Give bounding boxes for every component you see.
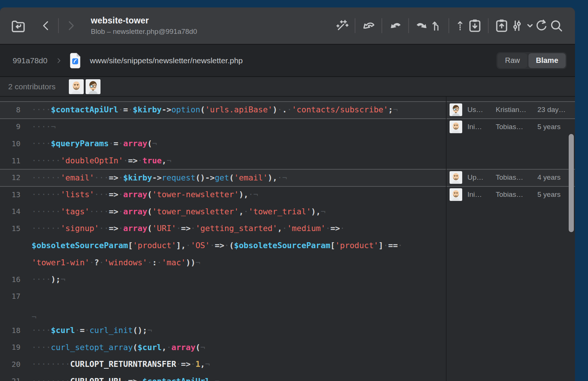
path-bar: 991a78d0 www/site/snippets/newsletter/ne… <box>0 45 575 77</box>
blame-button[interactable]: Blame <box>528 53 566 68</box>
magic-wand-icon[interactable] <box>335 18 349 33</box>
code-row-line-17-wrap1[interactable]: ¬ <box>0 305 446 322</box>
code-row-line-11[interactable]: 11······'doubleOptIn'·=>·true,¬ <box>0 152 446 169</box>
blame-author: Kristian… <box>496 101 534 118</box>
blame-date: 5 years <box>537 118 575 135</box>
code-text: ····$contactApiUrl·=·$kirby->option('url… <box>32 105 446 114</box>
blame-commit-message: Up… <box>467 169 492 186</box>
code-text: ········CURLOPT_URL·=>·$contactApiUrl,¬ <box>32 377 446 381</box>
blame-author: Tobias… <box>496 186 534 203</box>
scrollbar-thumb[interactable] <box>569 134 574 232</box>
window-title-block: website-tower Blob – newsletter.php@991a… <box>91 16 225 36</box>
toolbar-left <box>0 18 77 33</box>
line-number: 19 <box>0 343 20 352</box>
code-row-line-8[interactable]: 8····$contactApiUrl·=·$kirby->option('ur… <box>0 101 446 118</box>
app-window: website-tower Blob – newsletter.php@991a… <box>0 7 575 381</box>
blame-hunk[interactable]: Ini…Tobias…5 years <box>447 186 575 381</box>
blame-row: Up…Tobias…4 years <box>447 169 575 186</box>
blame-hunk[interactable]: Up…Tobias…4 years <box>447 169 575 186</box>
code-text: ······'email'···=>·$kirby->request()->ge… <box>32 173 446 182</box>
dashed-up-arrow-icon[interactable] <box>454 18 467 33</box>
code-row-line-15[interactable]: 15······'signup'··=>·array('URI'·=>·'get… <box>0 220 446 237</box>
file-path[interactable]: www/site/snippets/newsletter/newsletter.… <box>90 56 243 65</box>
blame-row: Ini…Tobias…5 years <box>447 118 575 135</box>
desktop-background: website-tower Blob – newsletter.php@991a… <box>0 0 588 381</box>
avatar-tobias[interactable] <box>450 188 462 201</box>
code-text: ······'doubleOptIn'·=>·true,¬ <box>32 156 446 165</box>
code-text: ········CURLOPT_RETURNTRANSFER·=>·1,¬ <box>32 359 446 369</box>
code-row-line-15-wrap1[interactable]: $obsoleteSourceParam['product'],·'OS'·=>… <box>0 237 446 254</box>
code-text: ······'lists'···=>·array('tower-newslett… <box>32 190 446 199</box>
blame-author: Tobias… <box>496 169 534 186</box>
history-nav <box>39 18 77 33</box>
blame-author: Tobias… <box>496 118 534 135</box>
undo-filled-icon[interactable] <box>387 18 403 33</box>
avatar-tobias[interactable] <box>69 79 84 94</box>
back-icon[interactable] <box>39 18 53 33</box>
blame-hunk[interactable]: Ini…Tobias…5 years <box>447 118 575 169</box>
view-subtitle: Blob – newsletter.php@991a78d0 <box>91 28 225 36</box>
pull-tray-icon[interactable] <box>467 18 483 33</box>
commit-hash[interactable]: 991a78d0 <box>13 56 47 65</box>
avatar-kristian[interactable] <box>86 79 100 94</box>
line-number: 15 <box>0 224 20 233</box>
code-row-line-16[interactable]: 16····);¬ <box>0 271 446 288</box>
line-number: 12 <box>0 173 20 182</box>
toolbar: website-tower Blob – newsletter.php@991a… <box>0 7 575 45</box>
sliders-chevron-icon[interactable] <box>509 18 534 33</box>
blame-commit-message: Ini… <box>467 186 492 203</box>
contributor-avatars <box>69 79 100 94</box>
folder-back-icon[interactable] <box>10 18 27 33</box>
merge-branch-icon[interactable] <box>430 18 443 33</box>
toolbar-actions <box>335 18 575 33</box>
raw-button[interactable]: Raw <box>498 53 527 68</box>
contributors-bar: 2 contributors <box>0 77 575 97</box>
code-row-line-13[interactable]: 13······'lists'···=>·array('tower-newsle… <box>0 186 446 203</box>
code-column[interactable]: 8····$contactApiUrl·=·$kirby->option('ur… <box>0 97 446 381</box>
divider <box>448 18 449 33</box>
code-row-line-12[interactable]: 12······'email'···=>·$kirby->request()->… <box>0 169 446 186</box>
line-number: 13 <box>0 190 20 199</box>
breadcrumb-chevron-icon <box>55 56 63 65</box>
redo-filled-icon[interactable] <box>414 18 430 33</box>
code-row-line-14[interactable]: 14······'tags'····=>·array('tower_newsle… <box>0 203 446 220</box>
code-text: ····curl_setopt_array($curl,·array(¬ <box>32 343 446 352</box>
code-prestrip <box>0 97 446 101</box>
avatar-tobias[interactable] <box>450 171 462 184</box>
blame-hunk[interactable]: Us…Kristian…23 day… <box>447 101 575 118</box>
code-text: $obsoleteSourceParam['product'],·'OS'·=>… <box>32 241 446 250</box>
blame-column: Us…Kristian…23 day…Ini…Tobias…5 yearsUp…… <box>446 97 575 381</box>
refresh-icon[interactable] <box>534 18 549 33</box>
code-row-line-21[interactable]: 21········CURLOPT_URL·=>·$contactApiUrl,… <box>0 373 446 381</box>
repo-title: website-tower <box>91 16 225 26</box>
divider <box>488 18 489 33</box>
search-icon[interactable] <box>549 18 564 33</box>
code-row-line-10[interactable]: 10····$queryParams·=·array(¬ <box>0 135 446 152</box>
code-row-line-17[interactable]: 17 <box>0 288 446 305</box>
avatar-kristian[interactable] <box>450 103 462 116</box>
line-number: 11 <box>0 156 20 165</box>
undo-outline-icon[interactable] <box>361 18 376 33</box>
divider <box>381 18 382 33</box>
php-file-icon <box>69 52 82 69</box>
code-row-line-15-wrap2[interactable]: 'tower1-win'·?·'windows'·:·'mac'))¬ <box>0 254 446 271</box>
contributors-label: 2 contributors <box>8 82 55 91</box>
line-number: 8 <box>0 105 20 114</box>
code-text: ····);¬ <box>32 275 446 284</box>
blob-view: 8····$contactApiUrl·=·$kirby->option('ur… <box>0 97 575 381</box>
line-number: 10 <box>0 139 20 148</box>
blame-row: Us…Kristian…23 day… <box>447 101 575 118</box>
avatar-tobias[interactable] <box>450 121 462 133</box>
code-row-line-19[interactable]: 19····curl_setopt_array($curl,·array(¬ <box>0 339 446 356</box>
push-tray-icon[interactable] <box>494 18 509 33</box>
code-row-line-9[interactable]: 9····¬ <box>0 118 446 135</box>
code-text: ¬ <box>32 312 446 322</box>
raw-blame-toggle: Raw Blame <box>496 52 567 69</box>
code-row-line-18[interactable]: 18····$curl·=·curl_init();¬ <box>0 322 446 339</box>
code-text: ······'signup'··=>·array('URI'·=>·'getti… <box>32 224 446 233</box>
code-row-line-20[interactable]: 20········CURLOPT_RETURNTRANSFER·=>·1,¬ <box>0 356 446 373</box>
blame-commit-message: Us… <box>467 101 492 118</box>
forward-icon[interactable] <box>64 18 77 33</box>
line-number: 14 <box>0 207 20 216</box>
code-text: ····$queryParams·=·array(¬ <box>32 139 446 148</box>
